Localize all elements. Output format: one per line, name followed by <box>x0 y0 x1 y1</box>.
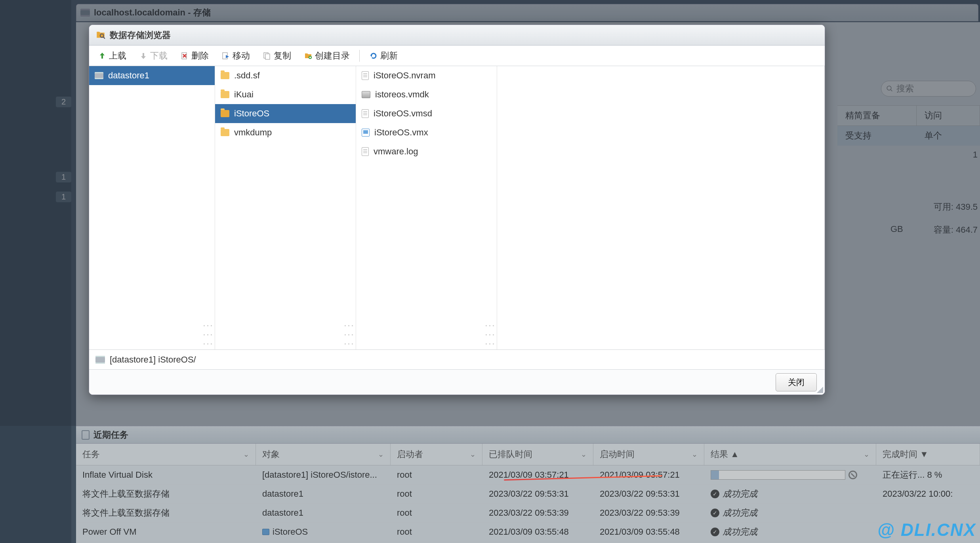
column-4 <box>497 66 825 349</box>
dialog-toolbar: 上载 下载 删除 移动 复制 创建目录 刷新 <box>89 46 825 66</box>
item-label: iKuai <box>234 89 254 100</box>
upload-icon <box>98 51 107 60</box>
dialog-footer: 关闭 <box>89 369 825 395</box>
browser-item[interactable]: iStoreOS <box>215 104 356 123</box>
disk-icon <box>362 91 370 98</box>
close-button[interactable]: 关闭 <box>776 373 817 391</box>
download-button: 下载 <box>136 48 171 63</box>
item-label: datastore1 <box>108 70 149 81</box>
column-1: datastore1⋮⋮⋮ <box>89 66 215 349</box>
delete-icon <box>180 51 189 60</box>
folder-icon <box>221 91 229 98</box>
item-label: vmkdump <box>234 127 272 138</box>
column-3: iStoreOS.nvramistoreos.vmdkiStoreOS.vmsd… <box>356 66 497 349</box>
separator <box>359 50 360 62</box>
dialog-title: 数据存储浏览器 <box>89 25 825 46</box>
browser-item[interactable]: iKuai <box>215 85 356 104</box>
folder-new-icon <box>304 51 313 60</box>
browser-item[interactable]: vmware.log <box>356 142 497 161</box>
browser-item[interactable]: iStoreOS.vmx <box>356 123 497 142</box>
copy-icon <box>263 51 271 60</box>
column-browser: datastore1⋮⋮⋮ .sdd.sfiKuaiiStoreOSvmkdum… <box>89 66 825 349</box>
mkdir-button[interactable]: 创建目录 <box>301 48 353 63</box>
file-icon <box>362 71 369 80</box>
browser-item[interactable]: iStoreOS.nvram <box>356 66 497 85</box>
file-icon <box>362 109 369 118</box>
delete-button[interactable]: 删除 <box>177 48 212 63</box>
browser-item[interactable]: .sdd.sf <box>215 66 356 85</box>
vmx-icon <box>362 129 370 137</box>
move-icon <box>221 51 230 60</box>
resize-handle[interactable] <box>816 386 823 393</box>
browser-item[interactable]: vmkdump <box>215 123 356 142</box>
item-label: iStoreOS.vmsd <box>374 108 432 119</box>
item-label: istoreos.vmdk <box>375 89 429 100</box>
browser-item[interactable]: datastore1 <box>89 66 215 85</box>
folder-icon <box>221 72 229 79</box>
browser-icon <box>95 30 106 40</box>
item-label: iStoreOS <box>234 108 269 119</box>
refresh-icon <box>369 51 378 60</box>
folder-icon <box>221 129 229 136</box>
item-label: iStoreOS.vmx <box>374 127 428 138</box>
path-bar: [datastore1] iStoreOS/ <box>89 349 825 369</box>
refresh-button[interactable]: 刷新 <box>366 48 401 63</box>
datastore-browser-dialog: 数据存储浏览器 上载 下载 删除 移动 复制 创建目录 刷新 datastore… <box>89 25 825 395</box>
browser-item[interactable]: istoreos.vmdk <box>356 85 497 104</box>
item-label: vmware.log <box>374 146 418 157</box>
watermark: @ DLI.CNX <box>877 520 976 540</box>
browser-item[interactable]: iStoreOS.vmsd <box>356 104 497 123</box>
column-2: .sdd.sfiKuaiiStoreOSvmkdump⋮⋮⋮ <box>215 66 356 349</box>
move-button[interactable]: 移动 <box>218 48 253 63</box>
path-text: [datastore1] iStoreOS/ <box>110 355 196 365</box>
item-label: .sdd.sf <box>234 70 260 81</box>
copy-button[interactable]: 复制 <box>259 48 294 63</box>
upload-button[interactable]: 上载 <box>95 48 130 63</box>
datastore-icon <box>95 356 105 364</box>
svg-rect-4 <box>265 54 270 59</box>
item-label: iStoreOS.nvram <box>374 70 436 81</box>
file-icon <box>362 147 369 156</box>
modal-overlay-bottom <box>0 426 980 543</box>
download-icon <box>139 51 148 60</box>
datastore-icon <box>95 72 103 79</box>
folder-open-icon <box>221 110 229 117</box>
